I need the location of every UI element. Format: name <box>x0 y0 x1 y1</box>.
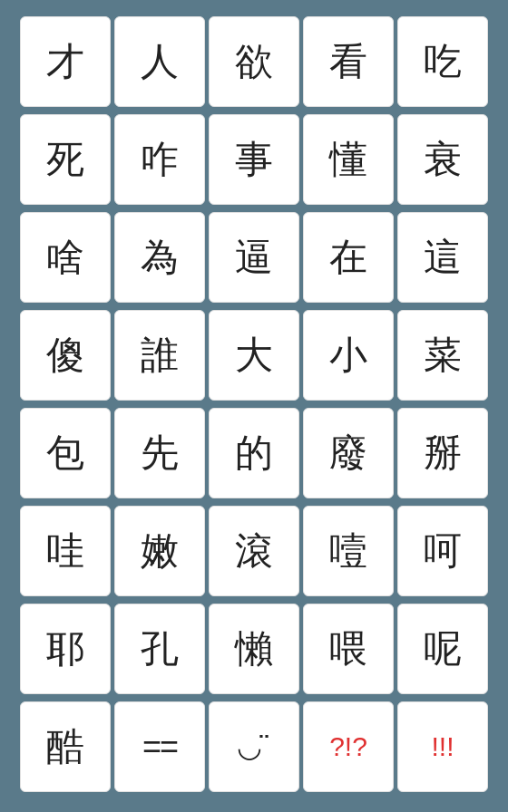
cell-text-c27: 嫩 <box>141 532 179 570</box>
grid-cell-c29[interactable]: 噎 <box>303 506 394 596</box>
grid-cell-c34[interactable]: 喂 <box>303 604 394 694</box>
grid-cell-c31[interactable]: 耶 <box>20 604 111 694</box>
grid-cell-c30[interactable]: 呵 <box>397 506 488 596</box>
grid-cell-c18[interactable]: 大 <box>209 310 299 401</box>
cell-text-c19: 小 <box>329 336 367 374</box>
grid-cell-c28[interactable]: 滾 <box>209 506 299 596</box>
cell-text-c25: 掰 <box>424 434 462 472</box>
cell-text-c4: 看 <box>329 43 367 81</box>
cell-text-c26: 哇 <box>46 532 84 570</box>
cell-text-c8: 事 <box>235 140 273 179</box>
cell-text-c34: 喂 <box>329 630 367 668</box>
grid-cell-c3[interactable]: 欲 <box>209 16 299 107</box>
cell-text-c37: == <box>142 730 177 763</box>
grid-cell-c32[interactable]: 孔 <box>114 604 205 694</box>
grid-cell-c21[interactable]: 包 <box>20 408 111 498</box>
cell-text-c12: 為 <box>141 238 179 276</box>
cell-text-c29: 噎 <box>329 532 367 570</box>
cell-text-c33: 懶 <box>235 630 273 668</box>
grid-cell-c24[interactable]: 廢 <box>303 408 394 498</box>
grid-cell-c14[interactable]: 在 <box>303 212 394 303</box>
grid-cell-c17[interactable]: 誰 <box>114 310 205 401</box>
grid-cell-c5[interactable]: 吃 <box>397 16 488 107</box>
cell-text-c5: 吃 <box>424 43 462 81</box>
cell-text-c1: 才 <box>46 43 84 81</box>
grid-cell-c11[interactable]: 啥 <box>20 212 111 303</box>
grid-cell-c7[interactable]: 咋 <box>114 114 205 205</box>
cell-text-c13: 逼 <box>235 238 273 276</box>
grid-cell-c16[interactable]: 傻 <box>20 310 111 401</box>
grid-cell-c2[interactable]: 人 <box>114 16 205 107</box>
grid-cell-c8[interactable]: 事 <box>209 114 299 205</box>
cell-text-c10: 衰 <box>424 140 462 179</box>
emoji-grid: 才人欲看吃死咋事懂衰啥為逼在這傻誰大小菜包先的廢掰哇嫩滾噎呵耶孔懶喂呢酷==◡ … <box>13 9 495 803</box>
cell-text-c38: ◡ ̈ <box>237 732 271 761</box>
grid-cell-c39[interactable]: ?!? <box>303 701 394 792</box>
grid-cell-c6[interactable]: 死 <box>20 114 111 205</box>
cell-text-c35: 呢 <box>424 630 462 668</box>
cell-text-c11: 啥 <box>46 238 84 276</box>
cell-text-c30: 呵 <box>424 532 462 570</box>
grid-cell-c23[interactable]: 的 <box>209 408 299 498</box>
grid-cell-c12[interactable]: 為 <box>114 212 205 303</box>
grid-cell-c36[interactable]: 酷 <box>20 701 111 792</box>
grid-cell-c10[interactable]: 衰 <box>397 114 488 205</box>
cell-text-c6: 死 <box>46 140 84 179</box>
grid-cell-c4[interactable]: 看 <box>303 16 394 107</box>
cell-text-c21: 包 <box>46 434 84 472</box>
cell-text-c40: !!! <box>431 733 454 760</box>
cell-text-c14: 在 <box>329 238 367 276</box>
cell-text-c39: ?!? <box>329 733 367 760</box>
grid-cell-c38[interactable]: ◡ ̈ <box>209 701 299 792</box>
grid-cell-c37[interactable]: == <box>114 701 205 792</box>
grid-cell-c9[interactable]: 懂 <box>303 114 394 205</box>
cell-text-c31: 耶 <box>46 630 84 668</box>
cell-text-c23: 的 <box>235 434 273 472</box>
grid-cell-c25[interactable]: 掰 <box>397 408 488 498</box>
cell-text-c22: 先 <box>141 434 179 472</box>
cell-text-c3: 欲 <box>235 43 273 81</box>
grid-cell-c26[interactable]: 哇 <box>20 506 111 596</box>
cell-text-c2: 人 <box>141 43 179 81</box>
grid-cell-c19[interactable]: 小 <box>303 310 394 401</box>
cell-text-c16: 傻 <box>46 336 84 374</box>
grid-cell-c20[interactable]: 菜 <box>397 310 488 401</box>
grid-cell-c1[interactable]: 才 <box>20 16 111 107</box>
cell-text-c32: 孔 <box>141 630 179 668</box>
grid-cell-c15[interactable]: 這 <box>397 212 488 303</box>
cell-text-c36: 酷 <box>46 728 84 766</box>
grid-cell-c35[interactable]: 呢 <box>397 604 488 694</box>
grid-cell-c22[interactable]: 先 <box>114 408 205 498</box>
cell-text-c24: 廢 <box>329 434 367 472</box>
cell-text-c7: 咋 <box>141 140 179 179</box>
cell-text-c17: 誰 <box>141 336 179 374</box>
cell-text-c20: 菜 <box>424 336 462 374</box>
grid-cell-c27[interactable]: 嫩 <box>114 506 205 596</box>
cell-text-c15: 這 <box>424 238 462 276</box>
cell-text-c18: 大 <box>235 336 273 374</box>
cell-text-c9: 懂 <box>329 140 367 179</box>
cell-text-c28: 滾 <box>235 532 273 570</box>
grid-cell-c13[interactable]: 逼 <box>209 212 299 303</box>
grid-cell-c40[interactable]: !!! <box>397 701 488 792</box>
grid-cell-c33[interactable]: 懶 <box>209 604 299 694</box>
